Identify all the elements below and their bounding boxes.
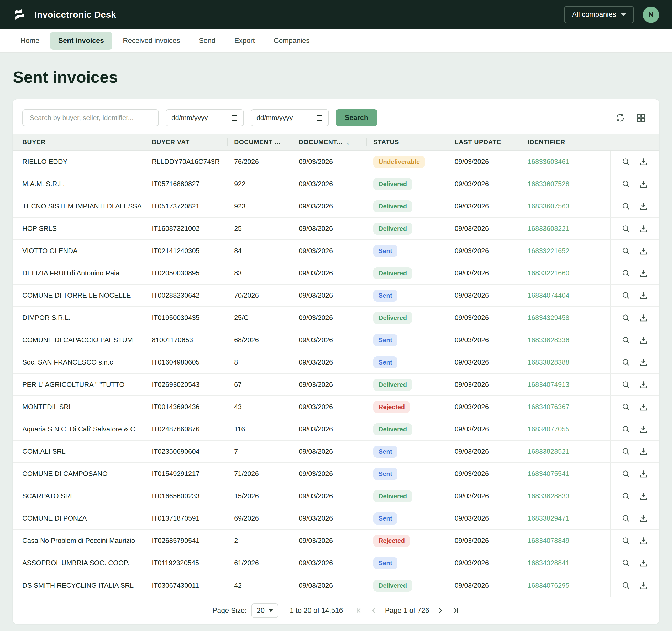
first-page-button[interactable] [355,606,363,615]
download-icon[interactable] [639,358,648,367]
last-page-button[interactable] [451,606,460,615]
nav-item-export[interactable]: Export [226,32,263,50]
identifier-link[interactable]: 16833828521 [521,448,610,456]
next-page-button[interactable] [436,606,445,615]
download-icon[interactable] [639,335,648,345]
download-icon[interactable] [639,246,648,256]
download-icon[interactable] [639,469,648,479]
nav-item-received-invoices[interactable]: Received invoices [115,32,189,50]
page-size-value: 20 [257,607,265,615]
column-header-buyer-vat[interactable]: BUYER VAT [145,138,227,146]
identifier-link[interactable]: 16834076367 [521,403,610,411]
identifier-link[interactable]: 16833607528 [521,180,610,188]
search-input[interactable] [22,109,159,126]
column-header-buyer[interactable]: BUYER [22,138,145,146]
page-size-select[interactable]: 20 [251,603,278,618]
download-icon[interactable] [639,269,648,278]
identifier-link[interactable]: 16833221652 [521,247,610,255]
download-icon[interactable] [639,157,648,167]
date-to-field[interactable]: dd/mm/yyyy [251,109,329,126]
table-row: COMUNE DI CAMPOSANO IT01549291217 71/202… [13,463,659,485]
view-details-magnifier-icon[interactable] [621,291,631,300]
identifier-link[interactable]: 16834075541 [521,470,610,478]
page-size-label: Page Size: [212,607,247,615]
identifier-link[interactable]: 16833607563 [521,202,610,210]
view-details-magnifier-icon[interactable] [621,514,631,523]
table-row: Aquaria S.N.C. Di Cali' Salvatore & C IT… [13,418,659,440]
identifier-link[interactable]: 16834076295 [521,581,610,589]
download-icon[interactable] [639,581,648,590]
columns-grid-icon[interactable] [635,112,646,123]
download-icon[interactable] [639,447,648,456]
view-details-magnifier-icon[interactable] [621,269,631,278]
table-row: M.A.M. S.R.L. IT05716880827 922 09/03/20… [13,173,659,195]
view-details-magnifier-icon[interactable] [621,313,631,323]
download-icon[interactable] [639,380,648,389]
previous-page-button[interactable] [370,606,378,615]
identifier-link[interactable]: 16834077055 [521,425,610,433]
download-icon[interactable] [639,179,648,189]
view-details-magnifier-icon[interactable] [621,202,631,211]
document-date-cell: 09/03/2026 [292,158,366,166]
view-details-magnifier-icon[interactable] [621,425,631,434]
view-details-magnifier-icon[interactable] [621,380,631,389]
download-icon[interactable] [639,313,648,323]
date-from-field[interactable]: dd/mm/yyyy [166,109,244,126]
view-details-magnifier-icon[interactable] [621,447,631,456]
download-icon[interactable] [639,514,648,523]
document-number-cell: 43 [227,403,292,411]
last-update-cell: 09/03/2026 [448,247,521,255]
nav-item-companies[interactable]: Companies [265,32,318,50]
view-details-magnifier-icon[interactable] [621,335,631,345]
identifier-link[interactable]: 16833221660 [521,269,610,277]
view-details-magnifier-icon[interactable] [621,157,631,167]
identifier-link[interactable]: 16833603461 [521,158,610,166]
column-header-document-number[interactable]: DOCUMENT ... [227,138,292,146]
download-icon[interactable] [639,202,648,211]
view-details-magnifier-icon[interactable] [621,402,631,412]
nav-item-home[interactable]: Home [12,32,48,50]
view-details-magnifier-icon[interactable] [621,581,631,590]
download-icon[interactable] [639,491,648,501]
download-icon[interactable] [639,402,648,412]
view-details-magnifier-icon[interactable] [621,469,631,479]
row-actions [610,552,650,574]
identifier-link[interactable]: 16833828336 [521,336,610,344]
row-actions [610,307,650,329]
column-header-identifier[interactable]: IDENTIFIER [521,138,610,146]
view-details-magnifier-icon[interactable] [621,536,631,546]
column-header-status[interactable]: STATUS [366,138,448,146]
view-details-magnifier-icon[interactable] [621,358,631,367]
view-details-magnifier-icon[interactable] [621,558,631,568]
identifier-link[interactable]: 16833829471 [521,514,610,523]
column-header-last-update[interactable]: LAST UPDATE [448,138,521,146]
identifier-link[interactable]: 16833608221 [521,225,610,233]
view-details-magnifier-icon[interactable] [621,246,631,256]
download-icon[interactable] [639,536,648,546]
company-switcher[interactable]: All companies [564,6,634,23]
identifier-link[interactable]: 16834329458 [521,314,610,322]
nav-item-send[interactable]: Send [191,32,224,50]
column-header-document-date[interactable]: DOCUMENT... ↓ [292,138,366,146]
refresh-icon[interactable] [615,112,626,123]
search-button[interactable]: Search [336,109,377,126]
identifier-link[interactable]: 16834078849 [521,536,610,545]
avatar[interactable]: N [643,6,659,23]
view-details-magnifier-icon[interactable] [621,179,631,189]
download-icon[interactable] [639,224,648,233]
download-icon[interactable] [639,291,648,300]
nav-item-sent-invoices[interactable]: Sent invoices [50,32,112,50]
status-cell: Sent [366,334,448,346]
identifier-link[interactable]: 16834074913 [521,381,610,389]
last-update-cell: 09/03/2026 [448,536,521,545]
buyer-vat-cell: IT02050030895 [145,269,227,277]
identifier-link[interactable]: 16833828388 [521,358,610,367]
download-icon[interactable] [639,558,648,568]
view-details-magnifier-icon[interactable] [621,491,631,501]
identifier-link[interactable]: 16834074404 [521,292,610,300]
view-details-magnifier-icon[interactable] [621,224,631,233]
download-icon[interactable] [639,425,648,434]
identifier-link[interactable]: 16833828833 [521,492,610,500]
last-update-cell: 09/03/2026 [448,403,521,411]
identifier-link[interactable]: 16834328841 [521,559,610,567]
